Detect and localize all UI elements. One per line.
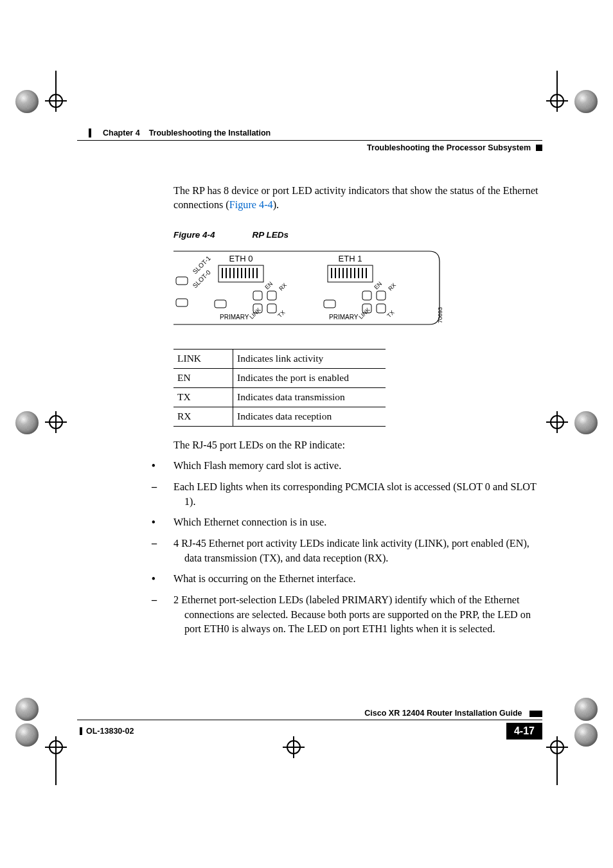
svg-rect-41 (362, 291, 371, 300)
list-item: Which Flash memory card slot is active. (173, 459, 542, 474)
svg-text:EN: EN (263, 280, 274, 290)
intro-paragraph: The RP has 8 device or port LED activity… (173, 184, 542, 213)
list-subitem: 4 RJ-45 Ethernet port activity LEDs indi… (173, 536, 542, 565)
svg-text:RX: RX (278, 281, 288, 292)
figure-caption: Figure 4-4 RP LEDs (173, 229, 542, 241)
led-abbr: TX (173, 387, 233, 407)
svg-text:TX: TX (276, 309, 286, 319)
figure-title: RP LEDs (253, 229, 289, 241)
svg-text:RX: RX (387, 281, 397, 292)
svg-text:EN: EN (373, 280, 383, 290)
shaded-ball (15, 698, 39, 721)
table-row: RX Indicates data reception (173, 407, 386, 426)
svg-text:70693: 70693 (437, 307, 443, 323)
svg-rect-32 (267, 291, 276, 300)
running-header: Chapter 4 Troubleshooting the Installati… (77, 128, 542, 152)
chapter-label: Chapter 4 (103, 128, 140, 137)
reg-target (546, 736, 568, 758)
doc-id: OL-13830-02 (86, 727, 134, 736)
led-abbr: RX (173, 407, 233, 426)
led-desc: Indicates data reception (233, 407, 386, 426)
section-title: Troubleshooting the Processor Subsystem (367, 143, 531, 152)
svg-rect-25 (176, 277, 188, 285)
list-item: Which Ethernet connection is in use. (173, 515, 542, 530)
page-number: 4-17 (506, 723, 542, 740)
table-row: EN Indicates the port is enabled (173, 368, 386, 387)
shaded-ball (574, 90, 598, 113)
guide-title: Cisco XR 12404 Router Installation Guide (364, 709, 522, 718)
crop-mark (556, 758, 558, 785)
list-item: What is occurring on the Ethernet interf… (173, 572, 542, 587)
svg-rect-26 (176, 299, 188, 306)
svg-text:ETH 1: ETH 1 (339, 254, 362, 263)
chapter-title: Troubleshooting the Installation (149, 128, 271, 137)
led-abbr: LINK (173, 349, 233, 368)
figure-ref: Figure 4-4 (173, 229, 215, 241)
reg-target (283, 736, 305, 758)
table-row: TX Indicates data transmission (173, 387, 386, 407)
svg-rect-44 (377, 304, 386, 313)
svg-rect-29 (215, 300, 226, 308)
led-desc: Indicates the port is enabled (233, 368, 386, 387)
crop-mark (556, 71, 558, 98)
led-abbr: EN (173, 368, 233, 387)
shaded-ball (574, 723, 598, 747)
svg-text:LINK: LINK (248, 306, 262, 320)
reg-target (45, 90, 67, 112)
svg-text:ETH 0: ETH 0 (229, 254, 253, 263)
shaded-ball (574, 411, 598, 434)
list-intro: The RJ-45 port LEDs on the RP indicate: (173, 438, 542, 453)
led-desc: Indicates data transmission (233, 387, 386, 407)
svg-rect-42 (377, 291, 386, 300)
svg-text:PRIMARY: PRIMARY (220, 314, 249, 321)
svg-rect-34 (267, 304, 276, 313)
led-definition-table: LINK Indicates link activity EN Indicate… (173, 349, 386, 427)
table-row: LINK Indicates link activity (173, 349, 386, 368)
shaded-ball (15, 723, 39, 747)
shaded-ball (15, 411, 39, 434)
reg-target (45, 411, 67, 433)
figure-xref-link[interactable]: Figure 4-4 (229, 199, 273, 211)
page-footer: Cisco XR 12404 Router Installation Guide… (77, 709, 542, 740)
list-subitem: Each LED lights when its corresponding P… (173, 480, 542, 509)
led-desc: Indicates link activity (233, 349, 386, 368)
svg-text:PRIMARY: PRIMARY (329, 314, 359, 321)
svg-rect-39 (324, 300, 335, 308)
rp-leds-diagram: ETH 0 ETH 1 SLOT-1 SLOT-0 (173, 246, 443, 330)
shaded-ball (574, 698, 598, 721)
list-subitem: 2 Ethernet port-selection LEDs (labeled … (173, 593, 542, 637)
reg-target (546, 411, 568, 433)
svg-text:LINK: LINK (357, 306, 371, 320)
crop-mark (55, 758, 57, 785)
svg-rect-31 (253, 291, 262, 300)
reg-target (45, 736, 67, 758)
shaded-ball (15, 90, 39, 113)
svg-text:TX: TX (386, 309, 395, 319)
